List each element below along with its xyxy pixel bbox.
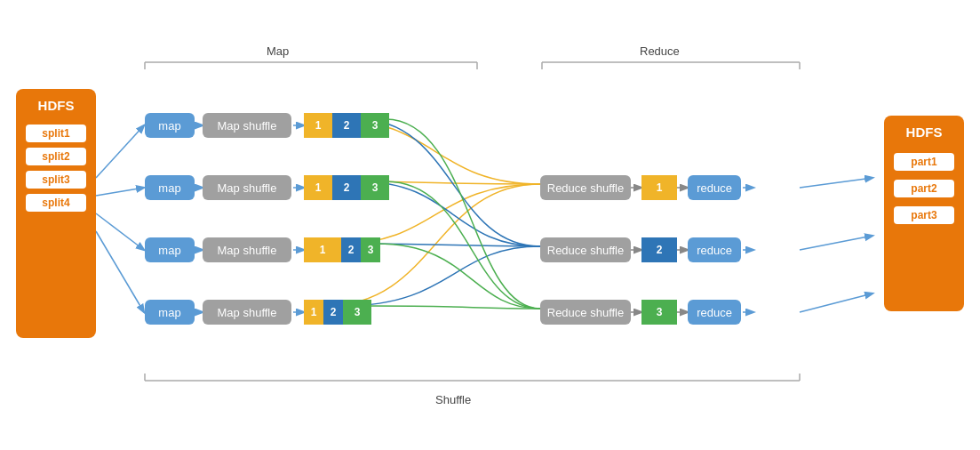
map-node-3: map <box>145 237 195 262</box>
reduce-partition-2: 2 <box>641 237 677 262</box>
part-1-2: 2 <box>332 113 361 138</box>
reduce-partition-1: 1 <box>641 175 677 200</box>
map-node-1: map <box>145 113 195 138</box>
reduce-shuffle-2: Reduce shuffle <box>540 237 631 262</box>
part-2-2: 2 <box>332 175 361 200</box>
partition-group-2: 1 2 3 <box>304 175 389 200</box>
hdfs-part-2: part2 <box>894 180 954 197</box>
hdfs-part-3: part3 <box>894 206 954 224</box>
hdfs-right-title: HDFS <box>906 125 943 140</box>
reduce-node-3: reduce <box>688 300 741 325</box>
hdfs-part-1: part1 <box>894 153 954 171</box>
reduce-partition-3: 3 <box>641 300 677 325</box>
map-shuffle-1: Map shuffle <box>203 113 291 138</box>
map-shuffle-4: Map shuffle <box>203 300 291 325</box>
part-4-1: 1 <box>304 300 323 325</box>
hdfs-split-1: split1 <box>26 125 86 142</box>
svg-line-23 <box>800 293 872 312</box>
hdfs-split-3: split3 <box>26 171 86 189</box>
reduce-node-1: reduce <box>688 175 741 200</box>
part-2-3: 3 <box>361 175 389 200</box>
map-node-4: map <box>145 300 195 325</box>
svg-line-1 <box>96 188 144 196</box>
reduce-part-2: 2 <box>641 237 677 262</box>
svg-line-21 <box>800 178 872 188</box>
hdfs-left: HDFS split1 split2 split3 split4 <box>16 89 96 338</box>
part-3-2: 2 <box>341 237 361 262</box>
part-1-1: 1 <box>304 113 332 138</box>
shuffle-label: Shuffle <box>435 393 471 406</box>
hdfs-left-title: HDFS <box>38 98 75 113</box>
partition-group-1: 1 2 3 <box>304 113 389 138</box>
reduce-part-1: 1 <box>641 175 677 200</box>
map-node-2: map <box>145 175 195 200</box>
svg-line-3 <box>96 231 144 312</box>
diagram-container: Map Reduce Shuffle HDFS split1 split2 sp… <box>0 0 980 450</box>
map-shuffle-3: Map shuffle <box>203 237 291 262</box>
connector-svg <box>0 0 980 450</box>
hdfs-split-2: split2 <box>26 148 86 165</box>
reduce-shuffle-3: Reduce shuffle <box>540 300 631 325</box>
part-4-2: 2 <box>323 300 343 325</box>
reduce-label: Reduce <box>640 44 680 58</box>
svg-line-22 <box>800 236 872 250</box>
reduce-shuffle-1: Reduce shuffle <box>540 175 631 200</box>
hdfs-right: HDFS part1 part2 part3 <box>884 116 964 311</box>
svg-line-2 <box>96 213 144 250</box>
part-3-3: 3 <box>361 237 380 262</box>
map-shuffle-2: Map shuffle <box>203 175 291 200</box>
part-1-3: 3 <box>361 113 389 138</box>
part-3-1: 1 <box>304 237 341 262</box>
part-2-1: 1 <box>304 175 332 200</box>
partition-group-3: 1 2 3 <box>304 237 380 262</box>
hdfs-split-4: split4 <box>26 194 86 212</box>
reduce-part-3: 3 <box>641 300 677 325</box>
svg-line-0 <box>96 125 144 178</box>
map-label: Map <box>267 44 289 58</box>
reduce-node-2: reduce <box>688 237 741 262</box>
partition-group-4: 1 2 3 <box>304 300 371 325</box>
part-4-3: 3 <box>343 300 371 325</box>
